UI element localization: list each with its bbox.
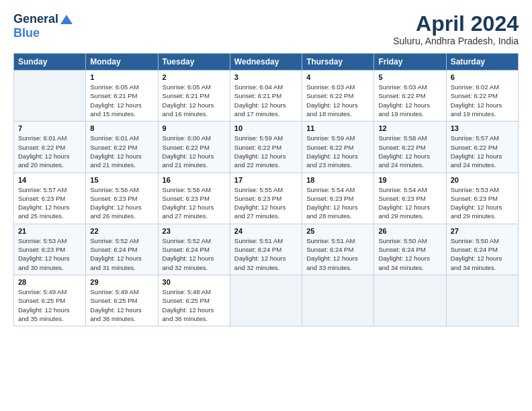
- day-number: 19: [378, 176, 441, 184]
- calendar-cell: [446, 275, 518, 326]
- header: General Blue April 2024 Suluru, Andhra P…: [13, 12, 519, 46]
- calendar-cell: 28 Sunrise: 5:49 AM Sunset: 6:25 PM Dayl…: [14, 275, 86, 326]
- calendar-cell: 13 Sunrise: 5:57 AM Sunset: 6:22 PM Dayl…: [446, 122, 518, 173]
- calendar-cell: 25 Sunrise: 5:51 AM Sunset: 6:24 PM Dayl…: [302, 224, 374, 275]
- calendar-body: 1 Sunrise: 6:05 AM Sunset: 6:21 PM Dayli…: [14, 71, 519, 326]
- calendar-cell: 24 Sunrise: 5:51 AM Sunset: 6:24 PM Dayl…: [230, 224, 302, 275]
- location: Suluru, Andhra Pradesh, India: [393, 36, 519, 46]
- day-number: 21: [18, 227, 81, 235]
- page: General Blue April 2024 Suluru, Andhra P…: [0, 0, 532, 411]
- day-number: 20: [451, 176, 514, 184]
- logo-general: General: [13, 12, 58, 26]
- logo-icon: [59, 13, 74, 26]
- day-number: 4: [306, 73, 369, 81]
- day-info: Sunrise: 5:52 AM Sunset: 6:24 PM Dayligh…: [163, 236, 226, 272]
- calendar-week-3: 14 Sunrise: 5:57 AM Sunset: 6:23 PM Dayl…: [14, 173, 519, 224]
- day-info: Sunrise: 5:53 AM Sunset: 6:23 PM Dayligh…: [18, 236, 81, 272]
- calendar-cell: 15 Sunrise: 5:56 AM Sunset: 6:23 PM Dayl…: [86, 173, 158, 224]
- calendar-table: Sunday Monday Tuesday Wednesday Thursday…: [13, 53, 519, 326]
- day-number: 1: [90, 73, 153, 81]
- day-info: Sunrise: 5:50 AM Sunset: 6:24 PM Dayligh…: [378, 236, 441, 272]
- calendar-cell: 23 Sunrise: 5:52 AM Sunset: 6:24 PM Dayl…: [158, 224, 230, 275]
- calendar-cell: 30 Sunrise: 5:48 AM Sunset: 6:25 PM Dayl…: [158, 275, 230, 326]
- col-saturday: Saturday: [446, 54, 518, 71]
- day-info: Sunrise: 6:03 AM Sunset: 6:22 PM Dayligh…: [378, 83, 441, 118]
- day-number: 28: [18, 278, 81, 286]
- calendar-cell: 9 Sunrise: 6:00 AM Sunset: 6:22 PM Dayli…: [158, 122, 230, 173]
- calendar-cell: [302, 275, 374, 326]
- calendar-cell: [374, 275, 446, 326]
- col-wednesday: Wednesday: [230, 54, 302, 71]
- day-info: Sunrise: 5:59 AM Sunset: 6:22 PM Dayligh…: [306, 134, 369, 169]
- day-info: Sunrise: 6:04 AM Sunset: 6:21 PM Dayligh…: [234, 83, 298, 118]
- calendar-week-4: 21 Sunrise: 5:53 AM Sunset: 6:23 PM Dayl…: [14, 224, 519, 275]
- day-number: 3: [234, 73, 298, 81]
- day-info: Sunrise: 5:51 AM Sunset: 6:24 PM Dayligh…: [234, 236, 298, 272]
- day-number: 27: [451, 227, 514, 235]
- day-info: Sunrise: 5:56 AM Sunset: 6:23 PM Dayligh…: [163, 185, 226, 221]
- calendar-cell: 12 Sunrise: 5:58 AM Sunset: 6:22 PM Dayl…: [374, 122, 446, 173]
- day-number: 10: [234, 124, 298, 132]
- calendar-cell: 8 Sunrise: 6:01 AM Sunset: 6:22 PM Dayli…: [86, 122, 158, 173]
- day-info: Sunrise: 6:05 AM Sunset: 6:21 PM Dayligh…: [90, 83, 153, 118]
- calendar-cell: 17 Sunrise: 5:55 AM Sunset: 6:23 PM Dayl…: [230, 173, 302, 224]
- day-number: 8: [90, 124, 153, 132]
- calendar-week-5: 28 Sunrise: 5:49 AM Sunset: 6:25 PM Dayl…: [14, 275, 519, 326]
- day-info: Sunrise: 6:02 AM Sunset: 6:22 PM Dayligh…: [451, 83, 514, 118]
- day-info: Sunrise: 6:01 AM Sunset: 6:22 PM Dayligh…: [90, 134, 153, 169]
- day-number: 25: [306, 227, 369, 235]
- calendar-week-2: 7 Sunrise: 6:01 AM Sunset: 6:22 PM Dayli…: [14, 122, 519, 173]
- header-row: Sunday Monday Tuesday Wednesday Thursday…: [14, 54, 519, 71]
- day-number: 11: [306, 124, 369, 132]
- day-info: Sunrise: 5:59 AM Sunset: 6:22 PM Dayligh…: [234, 134, 298, 169]
- day-number: 13: [451, 124, 514, 132]
- day-info: Sunrise: 5:52 AM Sunset: 6:24 PM Dayligh…: [90, 236, 153, 272]
- day-number: 17: [234, 176, 298, 184]
- logo: General Blue: [13, 12, 75, 40]
- calendar-cell: 2 Sunrise: 6:05 AM Sunset: 6:21 PM Dayli…: [158, 71, 230, 122]
- day-info: Sunrise: 6:00 AM Sunset: 6:22 PM Dayligh…: [163, 134, 226, 169]
- col-tuesday: Tuesday: [158, 54, 230, 71]
- day-number: 26: [378, 227, 441, 235]
- day-info: Sunrise: 5:54 AM Sunset: 6:23 PM Dayligh…: [378, 185, 441, 221]
- calendar-cell: 26 Sunrise: 5:50 AM Sunset: 6:24 PM Dayl…: [374, 224, 446, 275]
- calendar-cell: 11 Sunrise: 5:59 AM Sunset: 6:22 PM Dayl…: [302, 122, 374, 173]
- calendar-cell: 4 Sunrise: 6:03 AM Sunset: 6:22 PM Dayli…: [302, 71, 374, 122]
- day-info: Sunrise: 5:55 AM Sunset: 6:23 PM Dayligh…: [234, 185, 298, 221]
- day-info: Sunrise: 5:48 AM Sunset: 6:25 PM Dayligh…: [163, 287, 226, 323]
- calendar-cell: 6 Sunrise: 6:02 AM Sunset: 6:22 PM Dayli…: [446, 71, 518, 122]
- day-info: Sunrise: 5:58 AM Sunset: 6:22 PM Dayligh…: [378, 134, 441, 169]
- day-info: Sunrise: 5:57 AM Sunset: 6:22 PM Dayligh…: [451, 134, 514, 169]
- day-number: 23: [163, 227, 226, 235]
- calendar-cell: [230, 275, 302, 326]
- col-sunday: Sunday: [14, 54, 86, 71]
- calendar-header: Sunday Monday Tuesday Wednesday Thursday…: [14, 54, 519, 71]
- calendar-cell: 27 Sunrise: 5:50 AM Sunset: 6:24 PM Dayl…: [446, 224, 518, 275]
- day-number: 7: [18, 124, 81, 132]
- calendar-cell: 7 Sunrise: 6:01 AM Sunset: 6:22 PM Dayli…: [14, 122, 86, 173]
- day-info: Sunrise: 5:50 AM Sunset: 6:24 PM Dayligh…: [451, 236, 514, 272]
- col-friday: Friday: [374, 54, 446, 71]
- calendar-cell: 19 Sunrise: 5:54 AM Sunset: 6:23 PM Dayl…: [374, 173, 446, 224]
- day-info: Sunrise: 5:57 AM Sunset: 6:23 PM Dayligh…: [18, 185, 81, 221]
- day-info: Sunrise: 5:49 AM Sunset: 6:25 PM Dayligh…: [90, 287, 153, 323]
- day-number: 14: [18, 176, 81, 184]
- calendar-cell: 5 Sunrise: 6:03 AM Sunset: 6:22 PM Dayli…: [374, 71, 446, 122]
- day-info: Sunrise: 6:03 AM Sunset: 6:22 PM Dayligh…: [306, 83, 369, 118]
- logo-text: General: [13, 12, 75, 26]
- calendar-cell: 20 Sunrise: 5:53 AM Sunset: 6:23 PM Dayl…: [446, 173, 518, 224]
- day-number: 9: [163, 124, 226, 132]
- day-number: 24: [234, 227, 298, 235]
- day-number: 22: [90, 227, 153, 235]
- col-thursday: Thursday: [302, 54, 374, 71]
- calendar-cell: 3 Sunrise: 6:04 AM Sunset: 6:21 PM Dayli…: [230, 71, 302, 122]
- day-number: 6: [451, 73, 514, 81]
- calendar-cell: 21 Sunrise: 5:53 AM Sunset: 6:23 PM Dayl…: [14, 224, 86, 275]
- calendar-cell: 10 Sunrise: 5:59 AM Sunset: 6:22 PM Dayl…: [230, 122, 302, 173]
- calendar-cell: 22 Sunrise: 5:52 AM Sunset: 6:24 PM Dayl…: [86, 224, 158, 275]
- calendar-cell: 29 Sunrise: 5:49 AM Sunset: 6:25 PM Dayl…: [86, 275, 158, 326]
- col-monday: Monday: [86, 54, 158, 71]
- day-info: Sunrise: 5:51 AM Sunset: 6:24 PM Dayligh…: [306, 236, 369, 272]
- day-info: Sunrise: 6:01 AM Sunset: 6:22 PM Dayligh…: [18, 134, 81, 169]
- day-number: 29: [90, 278, 153, 286]
